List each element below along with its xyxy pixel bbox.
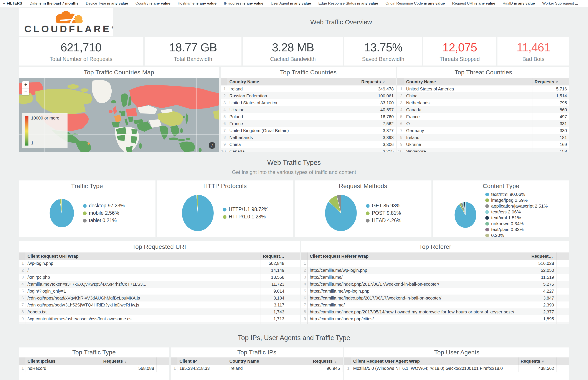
column-header[interactable]: Requests∨ [311,358,342,365]
filter-item[interactable]: Request URI is any value [452,1,495,6]
legend-item[interactable]: application/javascript 2.51% [485,203,547,209]
legend-item[interactable]: POST 9.81% [366,210,401,216]
column-header[interactable]: Client Request Referer Wrap [307,252,529,260]
cell[interactable]: Ireland [227,365,311,372]
cell[interactable]: Netherlands [227,134,359,141]
cell[interactable]: http://camilia.me/index.php/about/ [307,322,529,324]
sort-chevron-icon[interactable]: ∨ [382,80,385,84]
cell[interactable]: 516,028 [529,260,556,267]
filter-item[interactable]: Edge Response Status is any value [318,1,378,6]
cell[interactable]: 96,945 [311,365,342,372]
cell[interactable]: 13,568 [261,274,287,281]
cell[interactable]: /cdn-cgi/apps/body/3Lh52SjWTQ4HRlErJykHq… [25,302,261,308]
sort-chevron-icon[interactable]: ∨ [334,360,337,363]
cell[interactable] [307,260,529,267]
cell[interactable]: 2,215 [359,148,396,152]
cell[interactable]: / [25,267,261,274]
legend-item[interactable]: text/html 90.06% [485,192,547,197]
sort-chevron-icon[interactable]: ∨ [542,360,544,363]
cell[interactable]: /wp-content/themes/ashe/style.css?ver=4.… [25,322,261,324]
column-header[interactable]: Client Ipclass [25,358,101,365]
cell[interactable]: 158 [532,148,569,152]
legend-item[interactable]: text/xml 1.51% [485,215,547,220]
cell[interactable]: 502,848 [261,260,287,267]
cell[interactable]: United States of America [404,85,532,92]
sort-chevron-icon[interactable]: ∨ [553,255,555,258]
traffic-type-pie-chart[interactable] [49,198,74,228]
cell[interactable]: http://camilia.me/index.php/2017/05/14/h… [307,308,529,315]
request-methods-pie-chart[interactable] [324,194,357,232]
cell[interactable]: 7,562 [359,120,396,127]
sort-chevron-icon[interactable]: ∨ [556,80,558,84]
world-map[interactable]: + − 10000 or more 1 i [19,78,219,152]
cell[interactable]: http://camilia.me/index.php/2017/06/17/w… [307,281,529,288]
cell[interactable]: Canada [227,148,359,152]
cell[interactable]: 16,760 [359,113,396,120]
cell[interactable]: 1,514 [532,92,569,99]
cell[interactable]: 4,227 [529,288,556,295]
zoom-out-button[interactable]: − [22,88,29,95]
cell[interactable]: https://camilia.me/ [307,302,529,308]
cell[interactable]: Canada [404,106,532,113]
cell[interactable]: 9,014 [261,288,287,295]
legend-item[interactable]: unknown 0.34% [485,221,547,226]
cell[interactable]: 331 [532,120,569,127]
cell[interactable]: China [404,92,532,99]
cell[interactable]: /camilia.me?token=s3+7k6XQvKwzp5/4XSs4rh… [25,281,261,288]
cell[interactable]: http://camilia.me/ [307,274,529,281]
filter-item[interactable]: User Agent is any value [271,1,311,6]
cell[interactable]: https://camilia.me/wp-login.php [307,288,529,295]
cell[interactable]: 40,597 [359,106,396,113]
cell[interactable]: 1,672 [261,322,287,324]
kpi-value[interactable]: 3.28 MB [272,40,314,54]
filters-toggle[interactable]: ▸ FILTERS [3,1,22,6]
filter-item[interactable]: IP address is any value [224,1,264,6]
cell[interactable]: 497 [532,113,569,120]
cell[interactable]: 568,088 [101,365,156,372]
cell[interactable]: /wp-content/themes/ashe/assets/css/font-… [25,315,261,322]
cell[interactable]: Ireland [404,134,532,141]
cell[interactable]: 3,398 [359,134,396,141]
kpi-value[interactable]: 11,461 [517,40,550,54]
legend-item[interactable]: tablet 0.21% [83,218,125,223]
column-header[interactable]: Client Request User Agent Wrap [351,358,518,365]
cell[interactable]: Mozilla/5.0 (Windows NT 6.1; WOW64; rv:1… [351,365,518,372]
column-header[interactable]: Requests∨ [518,358,556,365]
cell[interactable]: United States of America [227,99,359,106]
cell[interactable]: 795 [532,99,569,106]
cell[interactable]: France [404,113,532,120]
cell[interactable]: /xmlrpc.php [25,274,261,281]
legend-item[interactable]: desktop 97.23% [83,203,125,209]
cell[interactable]: 1,473 [529,322,556,324]
cell[interactable]: Poland [227,113,359,120]
http-protocols-pie-chart[interactable] [182,194,214,232]
cell[interactable]: United Kingdom (Great Britain) [227,127,359,134]
column-header[interactable]: Requests∨ [532,78,569,85]
cell[interactable]: 3,877 [359,127,396,134]
cell[interactable]: 14,149 [261,267,287,274]
kpi-value[interactable]: 18.77 GB [169,40,217,54]
cell[interactable]: 1,743 [261,308,287,315]
cell[interactable]: 330 [532,127,569,134]
cell[interactable]: 1,895 [529,315,556,322]
cell[interactable]: /wp-login.php [25,260,261,267]
cell[interactable]: Germany [404,127,532,134]
legend-item[interactable]: image/jpeg 2.59% [485,198,547,203]
kpi-value[interactable]: 621,710 [61,40,101,54]
sort-chevron-icon[interactable]: ∨ [124,360,127,363]
cell[interactable]: 11,723 [261,281,287,288]
cell[interactable]: France [227,120,359,127]
cell[interactable]: Ireland [227,85,359,92]
column-header[interactable]: Requests∨ [261,252,287,260]
cell[interactable]: China [227,141,359,148]
cell[interactable]: 5,716 [532,85,569,92]
cell[interactable]: 11,519 [529,274,556,281]
cell[interactable]: 2,390 [529,302,556,308]
cell[interactable]: 83,100 [359,99,396,106]
cell[interactable]: http://camilia.me/index.php/cities/ [307,315,529,322]
legend-item[interactable]: HEAD 4.26% [366,218,401,223]
kpi-value[interactable]: 12,075 [442,40,477,54]
legend-item[interactable]: GET 85.93% [366,203,401,209]
column-header[interactable]: Country Name [227,358,311,365]
cell[interactable]: 3,117 [261,302,287,308]
